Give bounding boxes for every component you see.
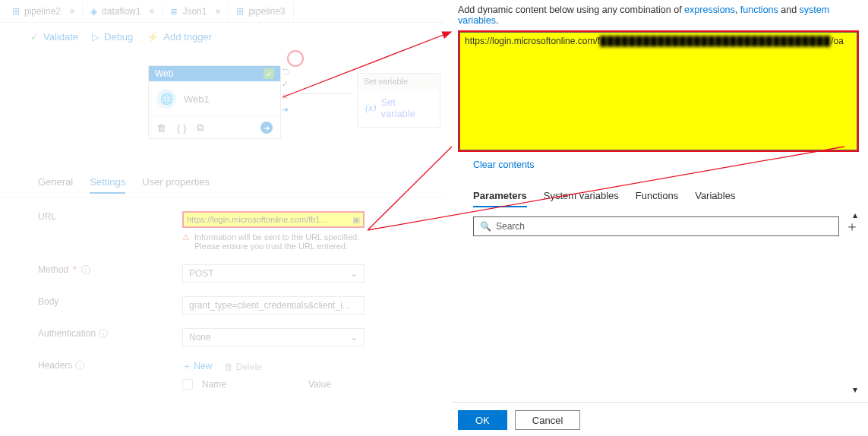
url-input[interactable]: https://login.microsoftonline.com/fb1...…	[182, 211, 365, 228]
editor-tabs: ⊞pipeline2 ◈dataflow1 ≣Json1 ⊞pipeline3	[0, 0, 444, 23]
editor-text-suffix: /oa	[831, 36, 844, 46]
body-input[interactable]: grant_type=client_credentials&client_i..…	[182, 296, 365, 314]
addtrigger-label: Add trigger	[163, 31, 212, 43]
connector-line	[300, 93, 353, 95]
fx-icon: (x)	[365, 102, 376, 114]
tab-label: Json1	[182, 6, 207, 17]
new-header-button[interactable]: ＋ New	[182, 360, 212, 373]
auth-value: None	[189, 332, 211, 343]
warning-icon: ⚠	[182, 232, 190, 251]
tab-label: pipeline2	[24, 6, 61, 17]
intro-text: Add dynamic content below using any comb…	[458, 5, 859, 26]
tab-pipeline2[interactable]: ⊞pipeline2	[5, 3, 83, 20]
body-value: grant_type=client_credentials&client_i..…	[189, 300, 350, 311]
info-icon[interactable]: i	[75, 361, 84, 370]
auth-select[interactable]: None⌄	[182, 328, 365, 346]
search-placeholder: Search	[496, 221, 525, 232]
web-activity-name: Web1	[184, 93, 210, 105]
tab-userproperties[interactable]: User properties	[142, 176, 210, 194]
check-icon: ✓	[264, 68, 274, 79]
method-select[interactable]: POST⌄	[182, 264, 365, 283]
run-icon[interactable]: ➜	[260, 122, 273, 134]
dynamic-content-panel: Add dynamic content below using any comb…	[452, 0, 868, 436]
tab-sysvars[interactable]: System variables	[544, 190, 619, 207]
web-activity-card[interactable]: Web✓ 🌐Web1 🗑 { } ⧉ ➜	[148, 65, 281, 139]
chevron-down-icon: ⌄	[350, 268, 358, 279]
col-value: Value	[308, 379, 331, 390]
debug-button[interactable]: ▷Debug	[92, 31, 133, 43]
ok-button[interactable]: OK	[458, 410, 507, 430]
action-bar: ✓Validate ▷Debug ⚡Add trigger	[0, 23, 444, 50]
chevron-down-icon: ⌄	[350, 332, 358, 343]
skip-badge: ➜	[282, 105, 290, 115]
col-name: Name	[202, 379, 308, 390]
expression-editor[interactable]: https://login.microsoftonline.com/f█████…	[459, 32, 857, 150]
select-all-checkbox[interactable]	[182, 379, 193, 390]
setvariable-activity-card[interactable]: Set variable (x)Set variable	[357, 73, 440, 128]
connector-badges: ⮌ ✓ ✕ ➜	[282, 67, 290, 115]
scroll-down-indicator: ▾	[853, 384, 857, 395]
setvar-type: Set variable	[358, 74, 440, 89]
collapse-icon[interactable]: ⮌	[282, 67, 290, 76]
view-icon[interactable]: ▣	[352, 215, 360, 225]
delete-icon[interactable]: 🗑	[156, 122, 166, 134]
fail-badge: ✕	[282, 92, 290, 102]
validate-label: Validate	[43, 31, 78, 43]
setvar-name: Set variable	[380, 96, 432, 119]
content-tabs: Parameters System variables Functions Va…	[458, 190, 859, 207]
braces-icon[interactable]: { }	[177, 122, 186, 134]
globe-icon: 🌐	[156, 89, 176, 109]
tab-variables[interactable]: Variables	[695, 190, 735, 207]
tab-json1[interactable]: ≣Json1	[163, 3, 229, 20]
editor-text-redacted: ████████████████████████████████	[600, 36, 831, 46]
debug-label: Debug	[104, 31, 133, 43]
url-warning: Information will be sent to the URL spec…	[194, 232, 365, 251]
addtrigger-button[interactable]: ⚡Add trigger	[147, 31, 212, 43]
link-functions[interactable]: functions	[740, 5, 778, 15]
scroll-up-indicator: ▴	[853, 210, 857, 220]
tab-label: pipeline3	[248, 6, 285, 17]
search-input[interactable]: 🔍Search	[473, 216, 839, 236]
dialog-buttons: OK Cancel	[452, 402, 868, 430]
url-value: https://login.microsoftonline.com/fb1...	[187, 215, 327, 224]
body-label: Body	[38, 296, 182, 307]
tab-pipeline3[interactable]: ⊞pipeline3	[229, 3, 293, 20]
pipeline-canvas[interactable]: Web✓ 🌐Web1 🗑 { } ⧉ ➜ ⮌ ✓ ✕ ➜ Set variabl…	[0, 50, 444, 172]
red-highlight-circle	[287, 50, 304, 67]
delete-header-button[interactable]: 🗑 Delete	[224, 362, 262, 372]
auth-label: Authentication i	[38, 328, 182, 339]
property-tabs: General Settings User properties	[0, 172, 444, 197]
tab-dataflow1[interactable]: ◈dataflow1	[83, 3, 163, 20]
tab-functions[interactable]: Functions	[636, 190, 678, 207]
cancel-button[interactable]: Cancel	[515, 410, 580, 430]
tab-general[interactable]: General	[38, 176, 73, 194]
tab-label: dataflow1	[102, 6, 140, 17]
clear-contents-link[interactable]: Clear contents	[473, 160, 535, 170]
link-expressions[interactable]: expressions	[684, 5, 735, 15]
info-icon[interactable]: i	[81, 265, 90, 274]
tab-parameters[interactable]: Parameters	[473, 190, 527, 207]
tab-settings[interactable]: Settings	[90, 176, 125, 194]
copy-icon[interactable]: ⧉	[197, 122, 204, 134]
search-icon: 🔍	[480, 221, 491, 232]
method-label: Method*i	[38, 264, 182, 275]
headers-label: Headers i	[38, 360, 182, 371]
editor-text-prefix: https://login.microsoftonline.com/f	[465, 36, 600, 46]
url-label: URL	[38, 211, 182, 222]
web-activity-type: Web	[155, 68, 173, 79]
method-value: POST	[189, 268, 214, 279]
success-badge: ✓	[282, 79, 290, 89]
info-icon[interactable]: i	[99, 329, 108, 338]
validate-button[interactable]: ✓Validate	[30, 31, 78, 43]
